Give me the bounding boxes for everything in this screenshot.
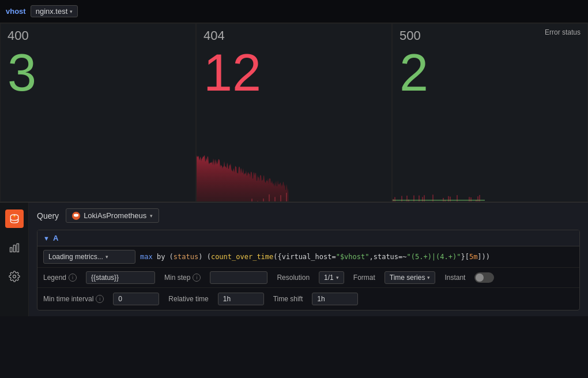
- panel-404: 404 12: [196, 23, 392, 202]
- resolution-value: 1/1: [324, 274, 334, 282]
- vhost-label: vhost: [6, 7, 26, 16]
- format-select[interactable]: Time series ▾: [385, 271, 436, 284]
- collapse-icon[interactable]: ▼: [43, 235, 50, 242]
- query-code-display: max by (status) (count_over_time({virtua…: [140, 253, 574, 261]
- metrics-chevron: ▾: [105, 254, 108, 260]
- format-chevron: ▾: [427, 275, 430, 280]
- instant-label: Instant: [444, 274, 465, 282]
- query-panel: Query LokiAsPrometheus ▾ ▼ A: [0, 202, 588, 316]
- panel-500: Error status 500 2: [392, 23, 588, 202]
- vhost-chevron: ▾: [70, 9, 73, 14]
- resolution-select[interactable]: 1/1 ▾: [319, 271, 344, 284]
- query-a-label: A: [53, 234, 58, 242]
- query-label: Query: [37, 211, 59, 220]
- panel-500-title: Error status: [545, 28, 581, 36]
- panel-404-chart: [197, 155, 289, 201]
- datasource-name: LokiAsPrometheus: [84, 211, 146, 220]
- datasource-select[interactable]: LokiAsPrometheus ▾: [66, 208, 159, 223]
- legend-input[interactable]: [86, 271, 155, 284]
- vhost-select[interactable]: nginx.test ▾: [31, 5, 78, 17]
- minstep-input[interactable]: [210, 271, 267, 284]
- sidebar-icon-database[interactable]: [5, 209, 24, 228]
- min-time-interval-info-icon: i: [96, 295, 104, 303]
- time-shift-label: Time shift: [273, 295, 303, 303]
- panel-400-code: 400: [7, 28, 29, 43]
- relative-time-input[interactable]: [218, 293, 264, 305]
- sidebar-icon-chart[interactable]: [5, 238, 24, 257]
- relative-time-label: Relative time: [168, 295, 208, 303]
- query-a-header: ▼ A: [37, 230, 579, 246]
- sidebar-icon-settings[interactable]: [5, 267, 24, 286]
- instant-toggle[interactable]: [474, 272, 494, 283]
- metrics-query-row: Loading metrics... ▾ max by (status) (co…: [37, 246, 579, 268]
- resolution-chevron: ▾: [336, 275, 339, 280]
- query-content: Query LokiAsPrometheus ▾ ▼ A: [29, 203, 588, 316]
- vhost-value: nginx.test: [36, 7, 68, 16]
- min-time-interval-label: Min time interval i: [43, 295, 104, 303]
- panel-400-value: 3: [7, 47, 36, 99]
- datasource-icon: [72, 212, 80, 220]
- panel-404-value: 12: [203, 47, 261, 99]
- minstep-label: Min step i: [164, 274, 201, 282]
- svg-rect-4: [17, 244, 18, 252]
- query-header: Query LokiAsPrometheus ▾: [37, 208, 580, 223]
- metrics-placeholder: Loading metrics...: [48, 253, 103, 261]
- svg-rect-2: [10, 248, 12, 252]
- legend-info-icon: i: [69, 274, 77, 282]
- min-time-interval-input[interactable]: [113, 293, 159, 305]
- svg-point-5: [13, 275, 16, 278]
- toggle-knob: [476, 274, 484, 282]
- minstep-info-icon: i: [193, 274, 201, 282]
- metrics-select[interactable]: Loading metrics... ▾: [43, 250, 135, 264]
- legend-label: Legend i: [43, 274, 77, 282]
- query-a-block: ▼ A Loading metrics... ▾ max by (status)…: [37, 230, 580, 310]
- top-bar: vhost nginx.test ▾: [0, 0, 588, 23]
- panel-400-chart: [1, 155, 93, 201]
- resolution-label: Resolution: [277, 274, 310, 282]
- format-value: Time series: [390, 274, 425, 282]
- panels-row: 400 3 404 12 Error status 500 2: [0, 23, 588, 202]
- svg-point-1: [13, 215, 15, 217]
- panel-500-value: 2: [399, 47, 428, 99]
- svg-rect-3: [13, 245, 15, 252]
- panel-500-code: 500: [399, 28, 421, 43]
- panel-400: 400 3: [0, 23, 196, 202]
- format-label: Format: [353, 274, 375, 282]
- bottom-row: Min time interval i Relative time Time s…: [37, 288, 579, 310]
- panel-500-chart: [393, 155, 485, 201]
- datasource-chevron: ▾: [150, 213, 153, 219]
- time-shift-input[interactable]: [312, 293, 358, 305]
- legend-row: Legend i Min step i Resolution 1/1 ▾ For…: [37, 268, 579, 288]
- panel-404-code: 404: [203, 28, 225, 43]
- sidebar: [0, 203, 29, 316]
